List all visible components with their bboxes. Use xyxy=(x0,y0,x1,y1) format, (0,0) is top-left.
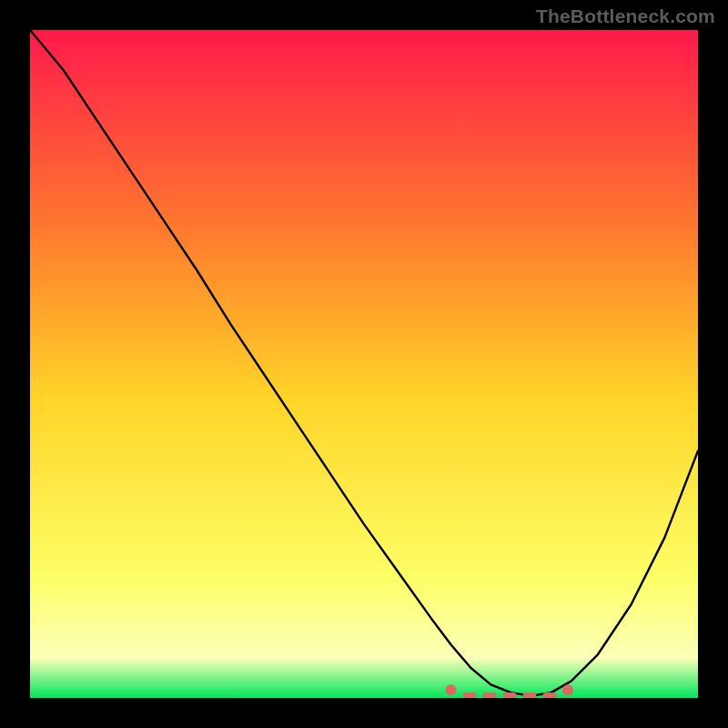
optimal-marker-dot xyxy=(445,684,456,695)
optimal-marker-dash xyxy=(482,693,496,698)
chart-stage: TheBottleneck.com xyxy=(0,0,728,728)
optimal-marker-dash xyxy=(523,693,537,698)
optimal-marker-dash xyxy=(462,693,476,698)
optimal-marker-dash xyxy=(543,693,557,698)
watermark-text: TheBottleneck.com xyxy=(536,5,715,27)
optimal-marker-dash xyxy=(503,693,517,698)
gradient-background xyxy=(30,30,698,698)
optimal-marker-dot xyxy=(562,684,573,695)
bottleneck-plot xyxy=(30,30,698,698)
